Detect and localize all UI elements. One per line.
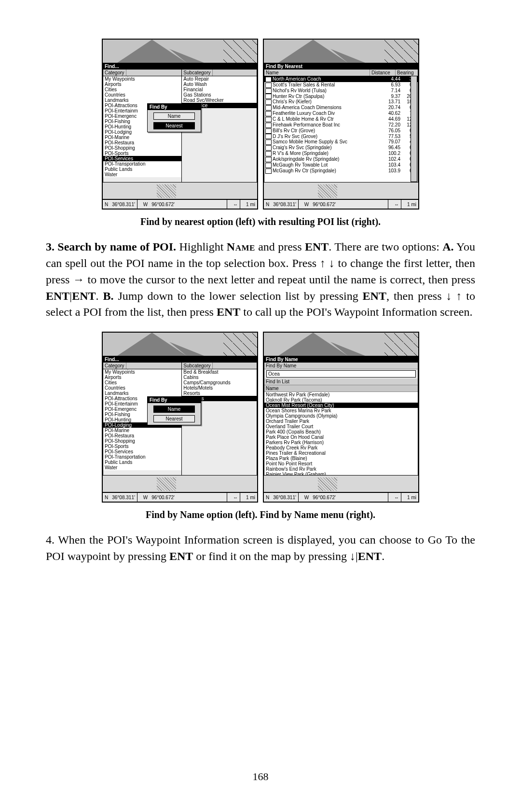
figure-row-2: Find... Category My WaypointsAirportsCit… xyxy=(46,332,475,503)
category-header: Category xyxy=(103,363,126,369)
poi-icon xyxy=(265,123,272,128)
list-item[interactable]: Road Svc/Wrecker xyxy=(182,98,257,103)
table-row[interactable]: McGaugh Rv Ctr (Springdale)103.962° xyxy=(264,168,418,174)
scrollbar[interactable] xyxy=(411,76,417,182)
list-item[interactable]: POI-Restaura xyxy=(103,433,181,438)
kw-ent: ENT xyxy=(169,550,193,562)
table-row[interactable]: Firehawk Performance Boat Inc72.20121° xyxy=(264,122,418,128)
table-row[interactable]: C & L Mobile Home & Rv Ctr44.69126° xyxy=(264,116,418,122)
list-item[interactable]: Hotels/Motels xyxy=(182,385,257,391)
poi-icon xyxy=(265,163,272,168)
table-row[interactable]: Hunter Rv Ctr (Sapulpa)9.37206° xyxy=(264,94,418,99)
table-row[interactable]: Featherlite Luxury Coach Div40.6270° xyxy=(264,111,418,116)
list-item[interactable]: Oaknoll Rv Park (Tacoma) xyxy=(264,397,418,403)
list-item[interactable]: Cities xyxy=(103,87,181,92)
list-item[interactable]: Pines Trailer & Recreational xyxy=(264,450,418,456)
nearest-button[interactable]: Nearest xyxy=(153,415,195,422)
list-item[interactable]: Landmarks xyxy=(103,98,181,103)
list-item[interactable]: Parkers Rv Park (Harrison) xyxy=(264,440,418,445)
list-item[interactable]: POI-Sports xyxy=(103,151,181,156)
list-item[interactable]: Point No Point Resort xyxy=(264,461,418,466)
poi-icon xyxy=(265,157,272,162)
col-name: Name xyxy=(264,70,370,76)
name-button[interactable]: Name xyxy=(153,406,195,413)
table-row[interactable]: North American Coach4.4437° xyxy=(264,76,418,82)
list-item[interactable]: Public Lands xyxy=(103,167,181,172)
list-item[interactable]: POI-Sports xyxy=(103,444,181,449)
name-button[interactable]: Name xyxy=(153,112,195,120)
list-item[interactable]: Countries xyxy=(103,385,181,391)
status-bar: N 36°08.311' W 96°00.672' ↔ 1 mi xyxy=(264,199,418,209)
list-item[interactable]: Landmarks xyxy=(103,391,181,396)
list-item[interactable]: POI-Restaura xyxy=(103,140,181,145)
list-item[interactable]: Cities xyxy=(103,380,181,385)
find-by-popup: Find By Name Nearest xyxy=(147,396,201,425)
list-item[interactable]: POI-Shopping xyxy=(103,145,181,151)
list-item[interactable]: Cabins xyxy=(182,375,257,380)
list-item[interactable]: My Waypoints xyxy=(103,76,181,82)
list-item[interactable]: Peabody Creek Rv Park xyxy=(264,445,418,450)
list-item[interactable]: Countries xyxy=(103,92,181,98)
nearest-button[interactable]: Nearest xyxy=(153,122,195,129)
table-row[interactable]: Mid-America Coach Dimensions20.7463° xyxy=(264,105,418,111)
poi-icon xyxy=(265,99,272,105)
poi-icon xyxy=(265,83,272,88)
list-item[interactable]: My Waypoints xyxy=(103,369,181,375)
list-item[interactable]: POI-Transportation xyxy=(103,454,181,460)
list-item[interactable]: Park Place On Hood Canal xyxy=(264,434,418,440)
popup-title: Find By xyxy=(148,104,201,110)
list-item[interactable]: Plaza Park (Blaine) xyxy=(264,456,418,461)
list-item[interactable]: Ocean Mist Resort (Ocean City) xyxy=(264,403,418,408)
name-list[interactable]: Northwest Rv Park (Ferndale)Oaknoll Rv P… xyxy=(264,392,418,482)
list-item[interactable]: Gas Stations xyxy=(182,92,257,98)
poi-icon xyxy=(265,117,272,122)
paragraph-4: 4. When the POI's Waypoint Information s… xyxy=(46,532,475,564)
down-arrow-icon: ↓ xyxy=(329,256,335,269)
table-row[interactable]: D J's Rv Svc (Grove)77.5359° xyxy=(264,134,418,140)
list-item[interactable]: Olympia Campgrounds (Olympia) xyxy=(264,413,418,419)
list-item[interactable]: Camps/Campgrounds xyxy=(182,380,257,385)
nearest-panel: Name Distance Bearing North American Coa… xyxy=(264,69,418,182)
list-item[interactable]: Auto Wash xyxy=(182,82,257,87)
name-input[interactable]: Ocea xyxy=(266,370,416,378)
list-item[interactable]: POI-Shopping xyxy=(103,438,181,444)
table-row[interactable]: Nichol's Rv World (Tulsa)7.1461° xyxy=(264,88,418,94)
table-row[interactable]: R V's & More (Springdale)100.264° xyxy=(264,151,418,156)
list-item[interactable]: Orchard Trailer Park xyxy=(264,419,418,424)
list-item[interactable]: Auto Repair xyxy=(182,76,257,82)
list-item[interactable]: Financial xyxy=(182,87,257,92)
list-item[interactable]: POI-Services xyxy=(103,449,181,454)
list-item[interactable]: Northwest Rv Park (Ferndale) xyxy=(264,392,418,397)
list-item[interactable]: Water xyxy=(103,172,181,177)
list-item[interactable]: Overland Trailer Court xyxy=(264,424,418,429)
mini-map xyxy=(264,182,418,200)
status-w: W xyxy=(141,202,150,207)
table-row[interactable]: Samco Mobile Home Supply & Svc79.0747° xyxy=(264,139,418,145)
table-row[interactable]: McGaugh Rv Towable Lot103.462° xyxy=(264,162,418,168)
screen-find-name: Find... Category My WaypointsAirportsCit… xyxy=(102,332,258,503)
list-item[interactable]: POI-Marine xyxy=(103,428,181,433)
list-item[interactable]: Ocean Shores Marina Rv Park xyxy=(264,408,418,413)
list-item[interactable]: Bed & Breakfast xyxy=(182,369,257,375)
list-item[interactable]: Rainbow's End Rv Park xyxy=(264,466,418,472)
poi-icon xyxy=(265,145,272,151)
list-item[interactable]: Airports xyxy=(103,82,181,87)
down-arrow-icon: ↓ xyxy=(350,549,356,562)
up-arrow-icon: ↑ xyxy=(456,289,462,302)
list-item[interactable]: Park 400 (Copalis Beach) xyxy=(264,429,418,434)
list-item[interactable]: POI-Marine xyxy=(103,135,181,140)
table-row[interactable]: Bill's Rv Ctr (Grove)76.0561° xyxy=(264,128,418,134)
list-item[interactable]: Airports xyxy=(103,375,181,380)
list-item[interactable]: Resorts xyxy=(182,391,257,396)
table-row[interactable]: Chris's Rv (Kiefer)13.71186° xyxy=(264,99,418,105)
list-item[interactable]: POI-Transportation xyxy=(103,161,181,167)
status-bar: N 36°08.311' W 96°00.672' ↔ 1 mi xyxy=(264,492,418,502)
list-item[interactable]: POI-Services xyxy=(103,156,181,161)
table-row[interactable]: Aok/springdale Rv (Springdale)102.464° xyxy=(264,156,418,162)
kw-name: Name xyxy=(227,240,255,253)
table-row[interactable]: Craig's Rv Svc (Springdale)96.4564° xyxy=(264,145,418,151)
list-item[interactable]: Public Lands xyxy=(103,460,181,465)
nearest-table[interactable]: North American Coach4.4437°Scott's Trail… xyxy=(264,76,418,174)
table-row[interactable]: Scott's Trailer Sales & Rental6.9364° xyxy=(264,82,418,88)
list-item[interactable]: Water xyxy=(103,465,181,470)
